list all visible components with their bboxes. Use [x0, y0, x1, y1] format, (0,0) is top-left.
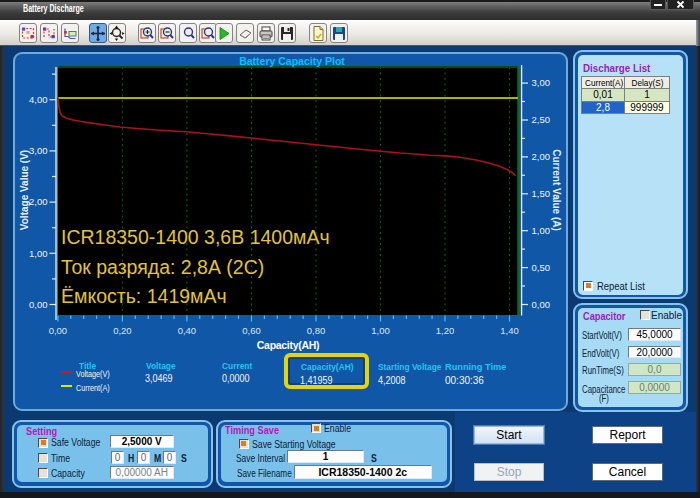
svg-text:1,20: 1,20: [436, 325, 455, 336]
svg-text:0,50: 0,50: [532, 262, 551, 273]
svg-text:1,00: 1,00: [29, 248, 48, 259]
svg-text:Voltage Value (V): Voltage Value (V): [19, 150, 30, 230]
svg-text:0,00: 0,00: [29, 299, 48, 310]
svg-text:Ёмкость: 1419мАч: Ёмкость: 1419мАч: [61, 285, 227, 307]
svg-text:0,00: 0,00: [532, 299, 551, 310]
svg-text:2,00: 2,00: [29, 196, 48, 207]
svg-text:ICR18350-1400 3,6В 1400мАч: ICR18350-1400 3,6В 1400мАч: [61, 226, 330, 248]
svg-text:4,00: 4,00: [29, 94, 48, 105]
svg-text:1,00: 1,00: [371, 325, 390, 336]
svg-text:0,80: 0,80: [307, 325, 326, 336]
svg-text:3,00: 3,00: [532, 77, 551, 88]
svg-text:Current Value (A): Current Value (A): [551, 149, 562, 231]
svg-text:1,00: 1,00: [532, 225, 551, 236]
svg-text:1,40: 1,40: [500, 325, 519, 336]
svg-text:3,00: 3,00: [29, 145, 48, 156]
svg-text:0,60: 0,60: [242, 325, 261, 336]
svg-text:Battery Capacity Plot: Battery Capacity Plot: [239, 55, 345, 67]
svg-text:1,50: 1,50: [532, 188, 551, 199]
svg-text:0,00: 0,00: [49, 325, 68, 336]
svg-text:0,40: 0,40: [178, 325, 197, 336]
svg-text:Capacity(AH): Capacity(AH): [257, 339, 319, 351]
svg-text:2,00: 2,00: [532, 151, 551, 162]
svg-text:Ток разряда: 2,8А (2С): Ток разряда: 2,8А (2С): [61, 256, 264, 278]
svg-text:0,20: 0,20: [113, 325, 132, 336]
svg-text:2,50: 2,50: [532, 114, 551, 125]
